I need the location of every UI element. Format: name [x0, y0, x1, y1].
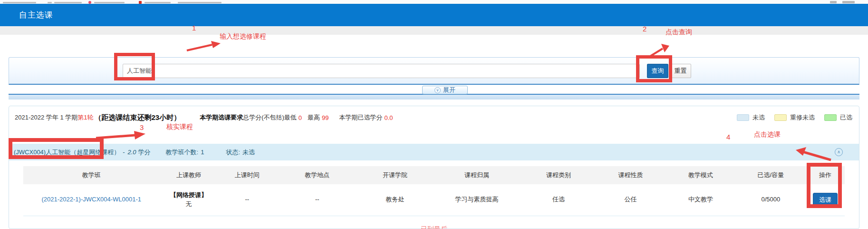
bookmark-item[interactable] [145, 2, 171, 3]
course-status-value: 未选 [242, 148, 255, 157]
step4-number: 4 [726, 133, 730, 141]
class-table: 教学班 上课教师 上课时间 教学地点 开课学院 课程归属 课程类别 课程性质 教… [23, 166, 845, 216]
cell-college: 教务处 [358, 184, 432, 216]
col-header-action-label: 操作 [819, 171, 831, 179]
selected-label: 已选 [840, 113, 852, 122]
cell-belong: 学习与素质提高 [432, 184, 521, 216]
semester-status-row: 2021-2022 学年 1 学期 第1轮 （距选课结束还剩23小时） 本学期选… [15, 112, 852, 123]
max-credits-label: 最高 [308, 113, 320, 122]
teacher-tag: 【网络授课】 [160, 191, 218, 200]
min-credits-value: 0 [299, 114, 302, 121]
table-header-row: 教学班 上课教师 上课时间 教学地点 开课学院 课程归属 课程类别 课程性质 教… [23, 166, 845, 184]
col-header-college: 开课学院 [358, 166, 432, 184]
search-panel: 查询 重置 [9, 57, 859, 85]
col-header-action: 操作 [806, 166, 845, 184]
step2-arrow-icon [646, 43, 670, 59]
max-credits-value: 99 [322, 114, 328, 121]
bookmark-item[interactable] [94, 2, 125, 3]
semester-text: 2021-2022 学年 1 学期 [15, 113, 77, 122]
cell-class-code: (2021-2022-1)-JWCX004-WL0001-1 [23, 184, 160, 216]
legend-item-retake: 重修未选 [774, 113, 815, 122]
table-row: (2021-2022-1)-JWCX004-WL0001-1 【网络授课】 无 … [23, 184, 845, 216]
course-title: (JWCX004)人工智能（超星网络课程） [14, 148, 120, 157]
requirement-bold-text: 本学期选课要求 [200, 113, 243, 122]
requirement-text: 总学分(不包括)最低 [243, 113, 297, 122]
page-title: 自主选课 [19, 4, 53, 26]
step1-arrow-icon [185, 40, 222, 52]
bookmark-item[interactable] [3, 2, 36, 3]
selected-credits-value: 0.0 [385, 114, 393, 121]
cell-mode: 中文教学 [665, 184, 735, 216]
query-button[interactable]: 查询 [647, 64, 668, 78]
cell-location: -- [276, 184, 358, 216]
cell-nature: 公任 [596, 184, 665, 216]
retake-swatch [774, 114, 787, 121]
course-status-label: 状态: [226, 148, 240, 157]
class-table-wrap: 教学班 上课教师 上课时间 教学地点 开课学院 课程归属 课程类别 课程性质 教… [23, 166, 845, 216]
select-course-button[interactable]: 选课 [813, 193, 838, 207]
step3-label: 核实课程 [166, 123, 193, 131]
col-header-capacity: 已选/容量 [736, 166, 806, 184]
bookmark-item[interactable] [54, 2, 82, 3]
step2-label: 点击查询 [665, 28, 692, 37]
expand-label: 展开 [443, 86, 455, 94]
reset-button[interactable]: 重置 [670, 64, 691, 78]
course-separator: - [123, 149, 125, 156]
legend: 未选 重修未选 已选 [727, 113, 852, 122]
other-bookmarks-icon[interactable] [830, 1, 837, 3]
class-code-link[interactable]: (2021-2022-1)-JWCX004-WL0001-1 [42, 196, 142, 203]
cell-teacher: 【网络授课】 无 [160, 184, 218, 216]
legend-item-selected: 已选 [824, 113, 852, 122]
folder-icon [48, 2, 52, 3]
app-header: 自主选课 [0, 4, 868, 26]
cell-category: 任选 [521, 184, 596, 216]
selected-credits-label: 本学期已选学分 [339, 113, 383, 122]
class-count-label: 教学班个数: [166, 148, 199, 157]
col-header-nature: 课程性质 [596, 166, 665, 184]
col-header-belong: 课程归属 [432, 166, 521, 184]
filter-panel-footer [9, 94, 859, 100]
course-credits: 2.0 [128, 149, 136, 156]
expand-toggle[interactable]: ∨ 展开 [422, 86, 468, 94]
course-search-input[interactable] [123, 64, 640, 78]
col-header-teacher: 上课教师 [160, 166, 218, 184]
sub-header-strip [0, 26, 868, 35]
step3-number: 3 [140, 123, 144, 131]
step1-number: 1 [192, 24, 196, 32]
col-header-category: 课程类别 [521, 166, 596, 184]
unselected-label: 未选 [752, 113, 765, 122]
cell-time: -- [218, 184, 276, 216]
step4-label: 点击选课 [754, 130, 781, 139]
col-header-time: 上课时间 [218, 166, 276, 184]
course-group-bar[interactable]: (JWCX004)人工智能（超星网络课程） - 2.0 学分 教学班个数: 1 … [9, 144, 859, 160]
cell-capacity: 0/5000 [736, 184, 806, 216]
legend-item-unselected: 未选 [737, 113, 765, 122]
course-credits-unit: 学分 [138, 148, 151, 157]
end-of-list-hint: 已到最后 [9, 225, 859, 229]
step1-label: 输入想选修课程 [220, 32, 266, 41]
cell-action: 选课 [806, 184, 845, 216]
selected-swatch [824, 114, 837, 121]
col-header-class: 教学班 [23, 166, 160, 184]
bookmark-item[interactable] [178, 2, 222, 3]
step2-number: 2 [643, 25, 646, 33]
results-panel: 2021-2022 学年 1 学期 第1轮 （距选课结束还剩23小时） 本学期选… [9, 106, 859, 229]
teacher-name: 无 [186, 200, 192, 208]
unselected-swatch [737, 114, 749, 121]
browser-menu-icon[interactable] [842, 1, 855, 3]
countdown-text: （距选课结束还剩23小时） [94, 113, 181, 122]
class-count-value: 1 [201, 149, 204, 156]
chevron-down-icon: ∨ [434, 87, 441, 93]
round-badge: 第1轮 [77, 113, 93, 122]
collapse-chevron-up-icon[interactable]: ∧ [835, 148, 843, 156]
col-header-location: 教学地点 [276, 166, 358, 184]
retake-label: 重修未选 [790, 113, 815, 122]
col-header-mode: 教学模式 [665, 166, 735, 184]
browser-bookmarks-bar [0, 0, 868, 4]
